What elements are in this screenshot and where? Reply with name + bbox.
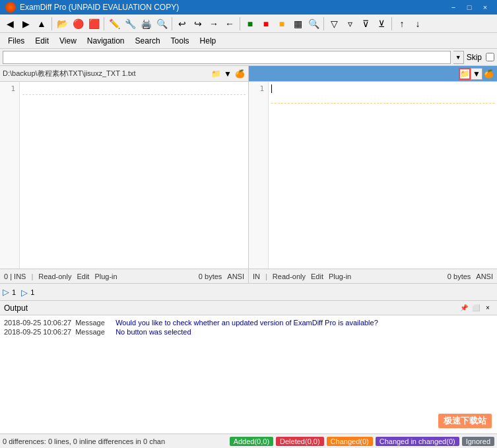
toolbar-orange-btn[interactable]: ■ xyxy=(275,16,289,31)
output-content: 2018-09-25 10:06:27 Message Would you li… xyxy=(0,315,497,433)
toolbar-up2-btn[interactable]: ↑ xyxy=(395,16,409,31)
right-dropdown-btn[interactable]: ▼ xyxy=(471,68,482,80)
badge-ignored: Ignored xyxy=(462,437,494,446)
toolbar-edit1-btn[interactable]: ✏️ xyxy=(107,16,121,31)
title-bar: ExamDiff Pro (UNPAID EVALUATION COPY) − … xyxy=(0,0,497,15)
left-status-edit: Edit xyxy=(77,272,89,280)
left-panel: D:\backup\教程素材\TXT\jisuxz_TXT 1.txt 📁 ▼ … xyxy=(0,66,249,283)
menu-help[interactable]: Help xyxy=(195,33,222,48)
toolbar-next-btn[interactable]: → xyxy=(207,16,221,31)
left-file-header: D:\backup\教程素材\TXT\jisuxz_TXT 1.txt 📁 ▼ … xyxy=(0,66,248,82)
diff-text: 0 differences: 0 lines, 0 inline differe… xyxy=(3,437,227,445)
maximize-button[interactable]: □ xyxy=(463,2,476,13)
bottom-status-bar: 0 differences: 0 lines, 0 inline differe… xyxy=(0,433,497,448)
search-input[interactable] xyxy=(3,51,451,64)
toolbar-sep-4 xyxy=(240,17,240,30)
right-editor-text[interactable] xyxy=(269,82,497,269)
skip-label: Skip xyxy=(467,53,482,62)
right-status-encoding: ANSI xyxy=(476,272,493,280)
toolbar-search-btn[interactable]: 🔍 xyxy=(154,16,169,31)
toolbar-filter4-btn[interactable]: ⊻ xyxy=(374,16,389,31)
panels-wrapper: D:\backup\教程素材\TXT\jisuxz_TXT 1.txt 📁 ▼ … xyxy=(0,66,497,284)
left-status-bytes: 0 bytes xyxy=(199,272,222,280)
badge-deleted: Deleted(0,0) xyxy=(276,437,324,446)
left-status-ins: 0 | INS xyxy=(4,272,26,280)
badge-changed-in: Changed in changed(0) xyxy=(376,437,459,446)
badge-changed: Changed(0) xyxy=(327,437,373,446)
badge-added: Added(0,0) xyxy=(230,437,273,446)
toolbar-grid-btn[interactable]: ▦ xyxy=(290,16,305,31)
toolbar-edit2-btn[interactable]: 🔧 xyxy=(123,16,137,31)
menu-navigation[interactable]: Navigation xyxy=(82,33,130,48)
menu-bar: Files Edit View Navigation Search Tools … xyxy=(0,33,497,49)
right-status-bar: IN | Read-only Edit Plug-in 0 bytes ANSI xyxy=(249,269,497,283)
sync-icon-1: ▷ xyxy=(3,287,9,297)
right-status-ins: IN xyxy=(253,272,260,280)
app-icon xyxy=(5,2,16,13)
toolbar-back-btn[interactable]: ◀ xyxy=(3,16,17,31)
toolbar-zoom-btn[interactable]: 🔍 xyxy=(306,16,321,31)
output-row-1: 2018-09-25 10:06:27 Message No button wa… xyxy=(4,327,493,336)
left-dropdown-btn[interactable]: ▼ xyxy=(222,68,234,80)
toolbar-up-btn[interactable]: ▲ xyxy=(34,16,49,31)
toolbar-filter3-btn[interactable]: ⊽ xyxy=(358,16,373,31)
right-open-btn[interactable]: 📁 xyxy=(459,68,471,80)
output-pin-btn[interactable]: 📌 xyxy=(459,303,469,313)
output-controls: 📌 ⬜ × xyxy=(459,303,493,313)
left-editor[interactable]: 1 xyxy=(0,82,248,269)
left-fruit-btn[interactable]: 🍊 xyxy=(234,68,246,80)
right-panel: 📁 ▼ 🍊 1 IN | Read-only Edit Plug-in xyxy=(249,66,497,283)
menu-tools[interactable]: Tools xyxy=(166,33,195,48)
toolbar-open-btn[interactable]: 📂 xyxy=(55,16,69,31)
right-fruit-btn[interactable]: 🍊 xyxy=(482,68,494,80)
right-status-readonly: Read-only xyxy=(273,272,306,280)
toolbar-sep-2 xyxy=(104,17,104,30)
menu-files[interactable]: Files xyxy=(3,33,30,48)
toolbar-undo-btn[interactable]: ↩ xyxy=(175,16,189,31)
toolbar-sep-5 xyxy=(323,17,324,30)
toolbar-down2-btn[interactable]: ↓ xyxy=(411,16,425,31)
skip-checkbox[interactable] xyxy=(486,53,494,61)
output-date-0: 2018-09-25 10:06:27 xyxy=(4,319,71,327)
left-status-plugin: Plug-in xyxy=(94,272,117,280)
toolbar-fwd-btn[interactable]: ▶ xyxy=(18,16,33,31)
main-layout: ◀ ▶ ▲ 📂 🔴 🟥 ✏️ 🔧 🖨️ 🔍 ↩ ↪ → ← ■ ■ ■ ▦ 🔍 … xyxy=(0,15,497,448)
toolbar-saveas-btn[interactable]: 🟥 xyxy=(86,16,101,31)
sync-item-1: 1 xyxy=(12,288,16,296)
toolbar-filter2-btn[interactable]: ▿ xyxy=(343,16,357,31)
search-bar: ▼ Skip xyxy=(0,49,497,66)
toolbar-sep-6 xyxy=(391,17,392,30)
output-close-btn[interactable]: × xyxy=(482,303,493,313)
menu-search[interactable]: Search xyxy=(130,33,166,48)
right-editor[interactable]: 1 xyxy=(249,82,497,269)
toolbar-red-btn[interactable]: ■ xyxy=(259,16,273,31)
toolbar-filter-btn[interactable]: ▽ xyxy=(327,16,341,31)
menu-edit[interactable]: Edit xyxy=(30,33,54,48)
right-status-edit: Edit xyxy=(311,272,323,280)
toolbar-sep-3 xyxy=(172,17,172,30)
toolbar-redo-btn[interactable]: ↪ xyxy=(191,16,205,31)
left-open-btn[interactable]: 📁 xyxy=(210,68,222,80)
search-dropdown-btn[interactable]: ▼ xyxy=(453,51,464,64)
output-float-btn[interactable]: ⬜ xyxy=(471,303,481,313)
toolbar-1: ◀ ▶ ▲ 📂 🔴 🟥 ✏️ 🔧 🖨️ 🔍 ↩ ↪ → ← ■ ■ ■ ▦ 🔍 … xyxy=(0,15,497,33)
toolbar-print-btn[interactable]: 🖨️ xyxy=(139,16,153,31)
output-date-1: 2018-09-25 10:06:27 xyxy=(4,328,71,336)
toolbar-save-btn[interactable]: 🔴 xyxy=(71,16,85,31)
toolbar-prev-btn[interactable]: ← xyxy=(222,16,237,31)
left-file-path: D:\backup\教程素材\TXT\jisuxz_TXT 1.txt xyxy=(3,69,210,79)
toolbar-sep-1 xyxy=(51,17,52,30)
left-status-readonly: Read-only xyxy=(38,272,71,280)
lower-section: Output 📌 ⬜ × 2018-09-25 10:06:27 Message… xyxy=(0,301,497,433)
sync-bar: ▷ 1 ▷ 1 xyxy=(0,284,497,301)
toolbar-green-btn[interactable]: ■ xyxy=(243,16,257,31)
minimize-button[interactable]: − xyxy=(447,2,460,13)
app-title: ExamDiff Pro (UNPAID EVALUATION COPY) xyxy=(20,3,179,12)
left-editor-text[interactable] xyxy=(20,82,248,269)
output-header: Output 📌 ⬜ × xyxy=(0,301,497,315)
output-title: Output xyxy=(4,304,28,313)
output-type-1: Message xyxy=(75,328,112,336)
menu-view[interactable]: View xyxy=(54,33,82,48)
close-button[interactable]: × xyxy=(479,2,492,13)
output-type-0: Message xyxy=(75,319,112,327)
